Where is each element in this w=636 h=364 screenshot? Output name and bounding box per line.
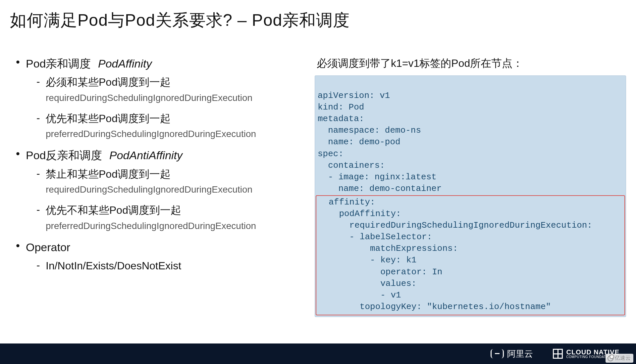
sub-desc: preferredDuringSchedulingIgnoredDuringEx… [46,221,301,231]
bullet-item: Operator In/NotIn/Exists/DoesNotExist [13,240,301,273]
sub-item: 禁止和某些Pod调度到一起 requiredDuringSchedulingIg… [26,167,301,195]
sub-label: In/NotIn/Exists/DoesNotExist [46,260,181,272]
sub-label: 优先和某些Pod调度到一起 [46,113,171,124]
code-highlight-box: affinity: podAffinity: requiredDuringSch… [316,195,625,315]
sub-label: 禁止和某些Pod调度到一起 [46,168,171,180]
bullet-label: Pod反亲和调度 PodAntiAffinity [26,149,183,161]
aliyun-logo: 阿里云 [491,348,533,360]
content-area: Pod亲和调度 PodAffinity 必须和某些Pod调度到一起 requir… [10,56,626,317]
sub-list: 禁止和某些Pod调度到一起 requiredDuringSchedulingIg… [26,167,301,231]
footer-bar: 阿里云 CLOUD NATIVE COMPUTING FOUNDATION [0,343,636,364]
watermark: 亿速云 [606,354,633,363]
left-column: Pod亲和调度 PodAffinity 必须和某些Pod调度到一起 requir… [10,56,301,317]
slide-title: 如何满足Pod与Pod关系要求? – Pod亲和调度 [10,9,626,31]
bullet-label: Operator [26,241,70,253]
sub-desc: requiredDuringSchedulingIgnoredDuringExe… [46,93,301,103]
yaml-code-block: apiVersion: v1 kind: Pod metadata: names… [315,75,626,317]
bullet-term: PodAffinity [98,57,152,70]
bullet-item: Pod反亲和调度 PodAntiAffinity 禁止和某些Pod调度到一起 r… [13,148,301,231]
sub-item: In/NotIn/Exists/DoesNotExist [26,259,301,273]
bullet-item: Pod亲和调度 PodAffinity 必须和某些Pod调度到一起 requir… [13,56,301,139]
sub-list: 必须和某些Pod调度到一起 requiredDuringSchedulingIg… [26,75,301,139]
bullet-list: Pod亲和调度 PodAffinity 必须和某些Pod调度到一起 requir… [13,56,301,273]
right-column: 必须调度到带了k1=v1标签的Pod所在节点： apiVersion: v1 k… [315,56,626,317]
sub-item: 优先不和某些Pod调度到一起 preferredDuringScheduling… [26,204,301,231]
sub-item: 优先和某些Pod调度到一起 preferredDuringSchedulingI… [26,112,301,140]
sub-item: 必须和某些Pod调度到一起 requiredDuringSchedulingIg… [26,75,301,103]
bullet-term: PodAntiAffinity [109,149,183,161]
sub-desc: preferredDuringSchedulingIgnoredDuringEx… [46,129,301,139]
code-heading: 必须调度到带了k1=v1标签的Pod所在节点： [315,56,626,71]
bullet-label: Pod亲和调度 PodAffinity [26,57,152,70]
sub-desc: requiredDuringSchedulingIgnoredDuringExe… [46,184,301,195]
sub-label: 必须和某些Pod调度到一起 [46,76,171,88]
code-section-top: apiVersion: v1 kind: Pod metadata: names… [318,90,623,195]
sub-label: 优先不和某些Pod调度到一起 [46,204,181,216]
aliyun-text: 阿里云 [507,348,533,360]
aliyun-icon [491,349,504,358]
cncf-icon [553,349,563,359]
code-section-highlight: affinity: podAffinity: requiredDuringSch… [318,197,622,313]
sub-list: In/NotIn/Exists/DoesNotExist [26,259,301,273]
slide: 如何满足Pod与Pod关系要求? – Pod亲和调度 Pod亲和调度 PodAf… [0,0,636,364]
